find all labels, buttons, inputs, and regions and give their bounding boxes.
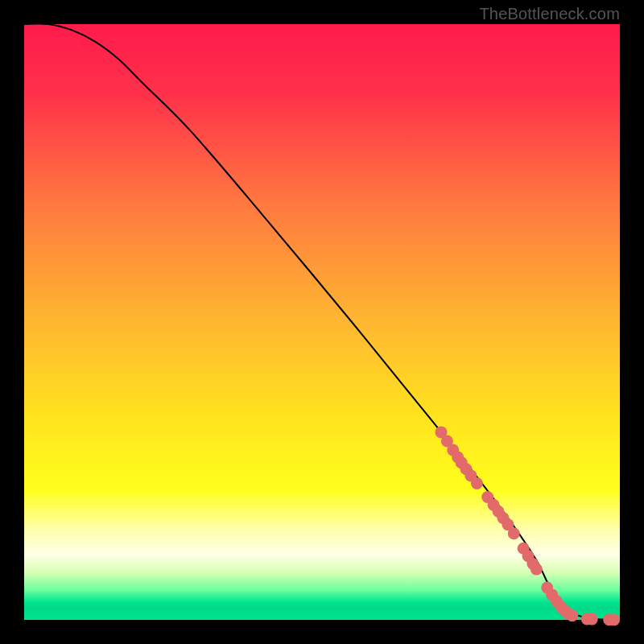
attribution-text: TheBottleneck.com — [479, 5, 620, 23]
data-point — [471, 477, 483, 489]
data-point — [566, 609, 578, 621]
data-point — [586, 613, 598, 625]
chart-stage: TheBottleneck.com — [0, 0, 644, 644]
data-point — [530, 564, 543, 576]
data-points — [436, 426, 621, 625]
plot-area — [24, 24, 620, 620]
chart-overlay — [24, 24, 620, 620]
curve-line — [24, 23, 620, 620]
data-point — [608, 613, 620, 625]
data-point — [508, 527, 520, 539]
